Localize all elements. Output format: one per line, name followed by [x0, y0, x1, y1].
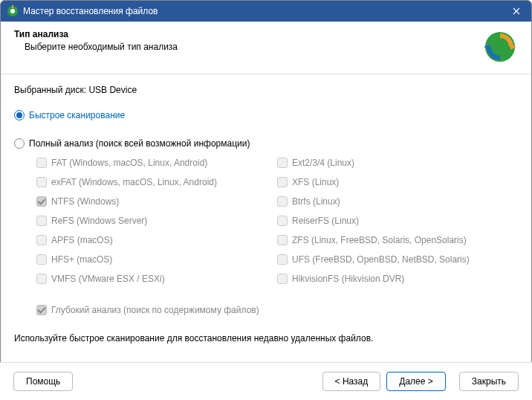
close-icon[interactable]: [502, 1, 531, 22]
checkbox-icon: [277, 196, 288, 207]
checkbox-icon: [36, 274, 47, 284]
fs-ext[interactable]: Ext2/3/4 (Linux): [277, 156, 518, 170]
checkbox-icon: [277, 235, 288, 245]
checkbox-icon: [277, 177, 288, 187]
filesystem-col-right: Ext2/3/4 (Linux) XFS (Linux) Btrfs (Linu…: [277, 156, 518, 291]
wizard-footer: Помощь < Назад Далее > Закрыть: [0, 362, 532, 400]
checkbox-icon: [277, 254, 288, 265]
radio-icon: [14, 110, 25, 120]
next-button[interactable]: Далее >: [386, 372, 446, 391]
checkbox-icon: [36, 196, 47, 207]
back-button[interactable]: < Назад: [322, 372, 381, 391]
selected-disk-label: Выбранный диск:: [14, 85, 86, 95]
selected-disk-value: USB Device: [88, 85, 137, 95]
fs-reiserfs[interactable]: ReiserFS (Linux): [277, 214, 518, 228]
wizard-icon: [482, 29, 518, 65]
fs-xfs[interactable]: XFS (Linux): [277, 175, 518, 189]
fs-vmfs[interactable]: VMFS (VMware ESX / ESXi): [36, 272, 277, 286]
checkbox-icon: [277, 274, 288, 284]
fs-hikvision[interactable]: HikvisionFS (Hikvision DVR): [277, 272, 518, 286]
titlebar: Мастер восстановления файлов: [1, 1, 531, 22]
help-button[interactable]: Помощь: [13, 372, 73, 391]
fs-ufs[interactable]: UFS (FreeBSD, OpenBSD, NetBSD, Solaris): [277, 253, 518, 266]
radio-quick-scan[interactable]: Быстрое сканирование: [14, 110, 518, 120]
app-icon: [7, 5, 19, 17]
fs-refs[interactable]: ReFS (Windows Server): [36, 214, 277, 228]
fs-zfs[interactable]: ZFS (Linux, FreeBSD, Solaris, OpenSolari…: [277, 233, 518, 247]
svg-point-1: [10, 9, 15, 13]
checkbox-icon: [36, 177, 47, 187]
checkbox-icon: [36, 158, 47, 168]
checkbox-icon: [36, 216, 47, 226]
hint-text: Используйте быстрое сканирование для вос…: [1, 333, 531, 343]
svg-rect-2: [12, 5, 13, 8]
checkbox-icon: [36, 235, 47, 245]
window-title: Мастер восстановления файлов: [23, 6, 502, 16]
checkbox-icon: [36, 305, 47, 315]
checkbox-icon: [277, 158, 288, 168]
wizard-header: Тип анализа Выберите необходимый тип ана…: [1, 22, 531, 74]
fs-exfat[interactable]: exFAT (Windows, macOS, Linux, Android): [36, 175, 277, 189]
close-button[interactable]: Закрыть: [459, 372, 519, 391]
filesystem-col-left: FAT (Windows, macOS, Linux, Android) exF…: [36, 156, 277, 291]
filesystem-grid: FAT (Windows, macOS, Linux, Android) exF…: [14, 156, 518, 291]
radio-full-label: Полный анализ (поиск всей возможной инфо…: [29, 138, 250, 149]
selected-disk: Выбранный диск: USB Device: [14, 85, 518, 95]
radio-full-analysis[interactable]: Полный анализ (поиск всей возможной инфо…: [14, 138, 518, 149]
wizard-content: Выбранный диск: USB Device Быстрое скани…: [1, 74, 531, 315]
fs-ntfs[interactable]: NTFS (Windows): [36, 195, 277, 208]
radio-quick-label: Быстрое сканирование: [29, 110, 125, 120]
checkbox-icon: [277, 216, 288, 226]
checkbox-icon: [36, 254, 47, 265]
deep-analysis-checkbox[interactable]: Глубокий анализ (поиск по содержимому фа…: [14, 305, 518, 315]
fs-hfs[interactable]: HFS+ (macOS): [36, 253, 277, 266]
fs-apfs[interactable]: APFS (macOS): [36, 233, 277, 247]
fs-btrfs[interactable]: Btrfs (Linux): [277, 195, 518, 208]
header-title: Тип анализа: [14, 29, 475, 39]
radio-icon: [14, 138, 25, 149]
header-subtitle: Выберите необходимый тип анализа: [14, 42, 475, 52]
fs-fat[interactable]: FAT (Windows, macOS, Linux, Android): [36, 156, 277, 170]
deep-analysis-label: Глубокий анализ (поиск по содержимому фа…: [51, 305, 259, 315]
